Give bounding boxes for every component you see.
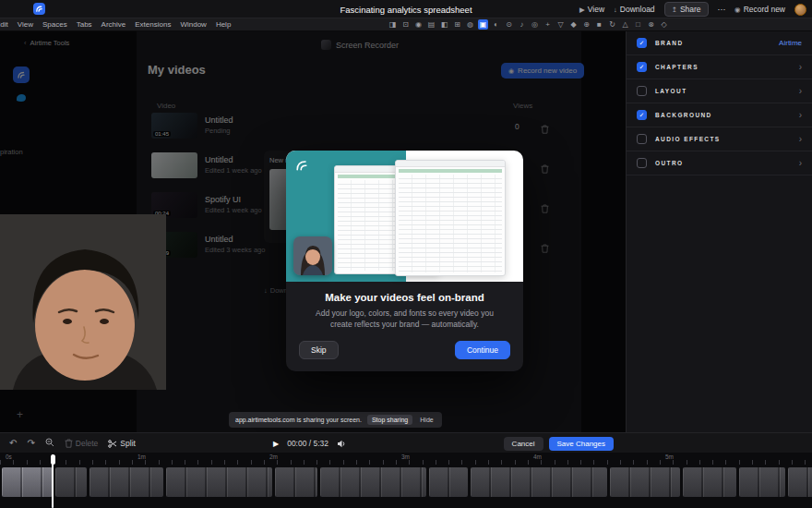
view-button[interactable]: ▶ View <box>579 5 604 14</box>
skip-button[interactable]: Skip <box>299 341 339 359</box>
menubar-icon[interactable]: ◎ <box>530 19 540 30</box>
modal-title: Make your videos feel on-brand <box>299 292 510 303</box>
modal-actions: Skip Continue <box>286 331 523 371</box>
section-checkbox[interactable]: ✓ <box>637 62 647 72</box>
undo-button[interactable]: ↶ <box>9 439 17 448</box>
record-new-label: Record new <box>744 5 785 14</box>
record-new-button[interactable]: ◉ Record new <box>734 5 785 14</box>
menubar-icon[interactable]: ◆ <box>568 19 579 30</box>
menu-item[interactable]: Window <box>180 20 206 29</box>
ruler-ticks <box>0 460 812 465</box>
menubar-icon[interactable]: ▣ <box>478 19 488 30</box>
menubar-icon[interactable]: ⊗ <box>646 19 656 30</box>
menubar-icon[interactable]: ◧ <box>439 19 449 30</box>
clip-segment[interactable] <box>788 467 812 497</box>
section-checkbox[interactable]: ✓ <box>637 38 647 48</box>
play-button[interactable]: ▶ <box>273 440 279 448</box>
section-label: BRAND <box>655 40 683 46</box>
menubar-icon[interactable]: ■ <box>594 19 604 30</box>
share-icon: ↥ <box>672 6 677 14</box>
webcam-preview[interactable] <box>0 214 166 390</box>
menubar-icon[interactable]: ⊙ <box>504 19 514 30</box>
menubar-icon[interactable]: ⊡ <box>400 19 411 30</box>
continue-button[interactable]: Continue <box>455 341 510 359</box>
panel-section[interactable]: ✓ LAYOUT › <box>627 79 812 103</box>
share-button[interactable]: ↥ Share <box>664 2 709 17</box>
menubar-icon[interactable]: ↻ <box>607 19 617 30</box>
avatar[interactable] <box>794 4 806 16</box>
menu-item[interactable]: View <box>18 20 33 29</box>
clip-segment[interactable] <box>275 467 317 497</box>
section-checkbox[interactable]: ✓ <box>637 134 647 144</box>
split-clip-button[interactable]: Split <box>108 439 136 448</box>
clip-segment[interactable] <box>739 467 785 497</box>
time-label: 3m <box>401 454 410 460</box>
panel-section[interactable]: ✓ BRAND Airtime › <box>627 31 812 55</box>
stop-sharing-button[interactable]: Stop sharing <box>367 415 412 425</box>
titlebar-actions: ▶ View ↓ Download ↥ Share ⋯ ◉ Record new <box>579 0 806 18</box>
menu-item[interactable]: Tabs <box>77 20 92 29</box>
clip-segment[interactable] <box>683 467 736 497</box>
delete-clip-button[interactable]: Delete <box>65 439 99 448</box>
volume-button[interactable] <box>337 435 346 452</box>
brand-preview-image <box>286 151 523 282</box>
menu-item[interactable]: Spaces <box>42 20 67 29</box>
menubar-icon[interactable]: + <box>543 19 553 30</box>
clip-segment[interactable] <box>320 467 426 497</box>
clip-segment[interactable] <box>2 467 53 497</box>
zoom-out-button[interactable] <box>45 438 54 449</box>
download-icon: ↓ <box>614 6 617 14</box>
chevron-right-icon: › <box>799 87 802 96</box>
more-button[interactable]: ⋯ <box>718 5 726 14</box>
panel-section[interactable]: ✓ CHAPTERS › <box>627 55 812 79</box>
menu-item[interactable]: Edit <box>0 20 8 29</box>
menubar-icon[interactable]: ◐ <box>491 19 501 30</box>
share-message: app.airtimetools.com is sharing your scr… <box>235 417 362 423</box>
play-icon: ▶ <box>579 6 585 14</box>
panel-section[interactable]: ✓ OUTRO › <box>627 151 812 175</box>
clip-segment[interactable] <box>166 467 272 497</box>
clip-segment[interactable] <box>55 467 87 497</box>
menu-item[interactable]: Help <box>216 20 231 29</box>
menubar-icon[interactable]: □ <box>633 19 643 30</box>
playhead[interactable] <box>52 454 54 508</box>
menubar-icon[interactable]: ◍ <box>465 19 475 30</box>
menubar-icon[interactable]: ◉ <box>413 19 424 30</box>
time-label: 2m <box>269 454 278 460</box>
timeline: 0s1m2m3m4m5m <box>0 453 812 508</box>
menu-item[interactable]: Archive <box>102 20 126 29</box>
cancel-button[interactable]: Cancel <box>504 437 543 451</box>
menubar-icon[interactable]: ⊕ <box>581 19 591 30</box>
menubar-icon[interactable]: ▽ <box>555 19 566 30</box>
menubar-icon[interactable]: ♪ <box>517 19 527 30</box>
clip-segment[interactable] <box>610 467 680 497</box>
check-icon: ✓ <box>639 40 645 46</box>
download-label: Download <box>620 5 655 14</box>
menu-item[interactable]: Extensions <box>135 20 171 29</box>
clip-segment[interactable] <box>429 467 468 497</box>
editor-toolbar: ↶ ↷ Delete Split ▶ 00:00 / 5:32 Cancel S… <box>0 432 812 453</box>
timeline-filmstrip[interactable] <box>2 467 812 497</box>
time-label: 0s <box>6 454 12 460</box>
menu-items: EditViewSpacesTabsArchiveExtensionsWindo… <box>0 20 231 29</box>
section-checkbox[interactable]: ✓ <box>637 86 647 96</box>
section-checkbox[interactable]: ✓ <box>637 158 647 168</box>
section-checkbox[interactable]: ✓ <box>637 110 647 120</box>
panel-section[interactable]: ✓ AUDIO EFFECTS › <box>627 127 812 151</box>
menubar-icon[interactable]: ◨ <box>388 19 398 30</box>
scissors-icon <box>108 440 117 448</box>
clip-segment[interactable] <box>90 467 163 497</box>
menubar-icon[interactable]: ◇ <box>659 19 669 30</box>
menubar-icon[interactable]: ▤ <box>426 19 436 30</box>
panel-section[interactable]: ✓ BACKGROUND › <box>627 103 812 127</box>
time-display: 00:00 / 5:32 <box>287 439 328 448</box>
redo-button[interactable]: ↷ <box>27 439 34 448</box>
download-button[interactable]: ↓ Download <box>614 5 655 14</box>
hide-button[interactable]: Hide <box>418 415 435 425</box>
save-changes-button[interactable]: Save Changes <box>549 437 614 451</box>
timeline-ruler[interactable]: 0s1m2m3m4m5m <box>0 453 812 465</box>
menubar-icon[interactable]: △ <box>620 19 630 30</box>
clip-segment[interactable] <box>471 467 607 497</box>
delete-label: Delete <box>76 439 99 448</box>
menubar-icon[interactable]: ⊞ <box>452 19 462 30</box>
